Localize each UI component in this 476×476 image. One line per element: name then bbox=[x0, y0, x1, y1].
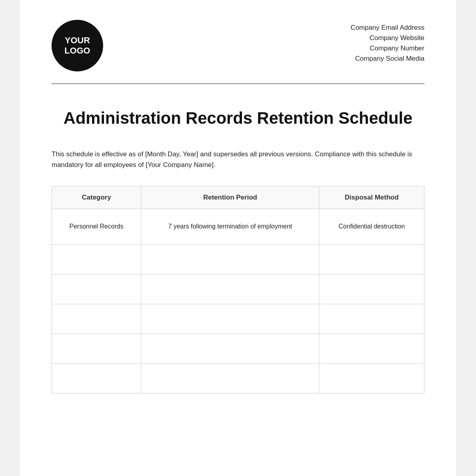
table-row bbox=[52, 304, 424, 334]
cell-retention-2 bbox=[141, 244, 319, 274]
table-row bbox=[52, 244, 424, 274]
cell-disposal-2 bbox=[319, 244, 424, 274]
table-header-row: Category Retention Period Disposal Metho… bbox=[52, 186, 424, 209]
cell-disposal-3 bbox=[319, 274, 424, 304]
cell-retention-5 bbox=[141, 334, 319, 363]
logo-line1: YOUR bbox=[65, 35, 90, 46]
cell-retention-1: 7 years following termination of employm… bbox=[141, 209, 319, 244]
cell-retention-4 bbox=[141, 304, 319, 334]
company-number: Company Number bbox=[351, 44, 424, 52]
company-website: Company Website bbox=[351, 34, 424, 42]
description-text: This schedule is effective as of [Month … bbox=[52, 149, 424, 170]
cell-category-1: Personnel Records bbox=[52, 209, 141, 244]
cell-category-2 bbox=[52, 244, 141, 274]
table-row bbox=[52, 274, 424, 304]
cell-retention-3 bbox=[141, 274, 319, 304]
page-title: Administration Records Retention Schedul… bbox=[52, 108, 424, 129]
cell-category-4 bbox=[52, 304, 141, 334]
cell-category-6 bbox=[52, 363, 141, 393]
retention-table: Category Retention Period Disposal Metho… bbox=[52, 186, 424, 393]
cell-category-3 bbox=[52, 274, 141, 304]
document-page: YOUR LOGO Company Email Address Company … bbox=[20, 0, 456, 476]
table-row: Personnel Records 7 years following term… bbox=[52, 209, 424, 244]
cell-disposal-4 bbox=[319, 304, 424, 334]
title-section: Administration Records Retention Schedul… bbox=[52, 108, 424, 129]
logo: YOUR LOGO bbox=[52, 20, 103, 71]
logo-line2: LOGO bbox=[65, 46, 90, 56]
column-header-category: Category bbox=[52, 186, 141, 209]
column-header-retention: Retention Period bbox=[141, 186, 319, 209]
table-row bbox=[52, 363, 424, 393]
company-email: Company Email Address bbox=[351, 24, 424, 32]
cell-disposal-6 bbox=[319, 363, 424, 393]
table-row bbox=[52, 334, 424, 363]
cell-retention-6 bbox=[141, 363, 319, 393]
cell-category-5 bbox=[52, 334, 141, 363]
cell-disposal-1: Confidential destruction bbox=[319, 209, 424, 244]
header-divider bbox=[52, 83, 424, 84]
company-info: Company Email Address Company Website Co… bbox=[351, 24, 424, 63]
header: YOUR LOGO Company Email Address Company … bbox=[52, 20, 424, 71]
column-header-disposal: Disposal Method bbox=[319, 186, 424, 209]
cell-disposal-5 bbox=[319, 334, 424, 363]
company-social-media: Company Social Media bbox=[351, 55, 424, 63]
